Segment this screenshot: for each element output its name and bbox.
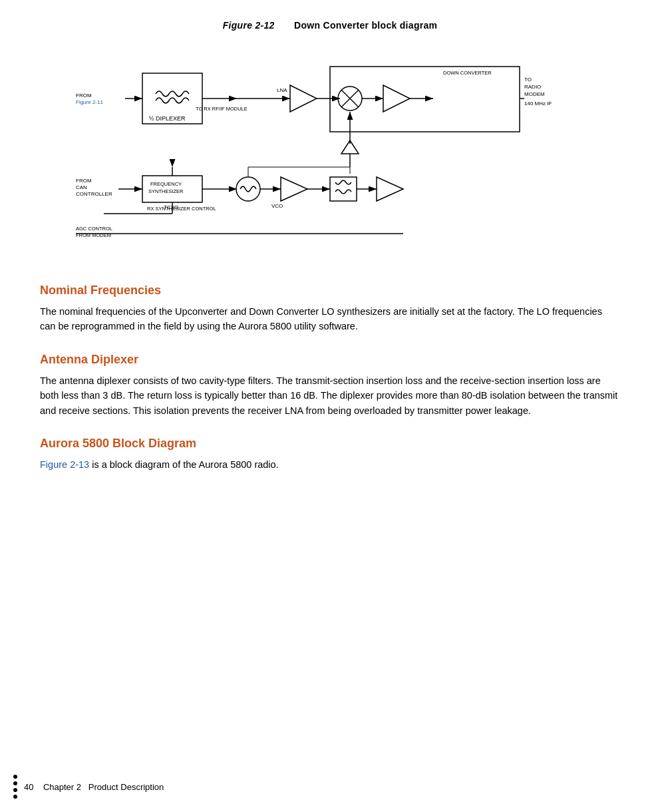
footer-page-number: 40 (24, 782, 33, 792)
footer-section: Product Description (88, 782, 164, 792)
svg-text:RX SYNTHESIZER CONTROL: RX SYNTHESIZER CONTROL (147, 206, 216, 212)
aurora-block-body-suffix: is a block diagram of the Aurora 5800 ra… (89, 459, 279, 470)
svg-text:AGC CONTROL: AGC CONTROL (76, 226, 112, 232)
svg-text:FROM: FROM (76, 93, 92, 99)
svg-text:VCO: VCO (271, 203, 283, 209)
svg-text:½  DIPLEXER: ½ DIPLEXER (149, 115, 186, 122)
footer-dot-4 (13, 795, 17, 799)
nominal-frequencies-heading: Nominal Frequencies (40, 284, 620, 298)
svg-marker-20 (383, 85, 410, 112)
svg-text:FROM MODEM: FROM MODEM (76, 232, 111, 238)
svg-text:FROM: FROM (76, 178, 92, 184)
svg-text:FREQUENCY: FREQUENCY (150, 181, 182, 187)
diagram-area: FROM Figure 2-11 ½ DIPLEXER TO RX RF/IF … (40, 37, 620, 264)
svg-text:CONTROLLER: CONTROLLER (76, 191, 112, 197)
svg-marker-11 (290, 85, 317, 112)
antenna-diplexer-heading: Antenna Diplexer (40, 353, 620, 367)
footer-dots (13, 775, 17, 799)
svg-rect-22 (330, 67, 520, 132)
svg-marker-42 (281, 177, 307, 201)
figure-label: Figure 2-12 (223, 20, 275, 31)
svg-point-39 (236, 177, 260, 201)
footer-spacer (33, 782, 43, 792)
svg-text:DOWN CONVERTER: DOWN CONVERTER (443, 70, 492, 76)
aurora-block-heading: Aurora 5800 Block Diagram (40, 437, 620, 451)
svg-text:SYNTHESIZER: SYNTHESIZER (148, 188, 184, 194)
footer-dot-3 (13, 788, 17, 792)
svg-text:Figure 2-11: Figure 2-11 (76, 99, 103, 105)
svg-text:140 MHz IF: 140 MHz IF (524, 101, 552, 106)
footer-section-sep (81, 782, 88, 792)
page-footer: 40 Chapter 2 Product Description (0, 775, 660, 799)
figure-title-text: Down Converter block diagram (294, 20, 437, 31)
svg-text:RADIO: RADIO (524, 84, 541, 90)
figure-2-13-link[interactable]: Figure 2-13 (40, 459, 89, 470)
antenna-diplexer-body: The antenna diplexer consists of two cav… (40, 373, 620, 418)
page-container: Figure 2-12 Down Converter block diagram… (0, 0, 660, 510)
svg-text:TO: TO (524, 77, 532, 83)
svg-text:LNA: LNA (277, 87, 287, 93)
aurora-block-body: Figure 2-13 is a block diagram of the Au… (40, 457, 620, 472)
svg-marker-46 (377, 177, 403, 201)
footer-chapter: Chapter 2 (43, 782, 81, 792)
svg-text:MODEM: MODEM (524, 91, 545, 97)
nominal-frequencies-body: The nominal frequencies of the Upconvert… (40, 304, 620, 334)
block-diagram-svg: FROM Figure 2-11 ½ DIPLEXER TO RX RF/IF … (71, 37, 589, 264)
footer-dot-1 (13, 775, 17, 779)
footer-dot-2 (13, 781, 17, 785)
svg-text:CAN: CAN (76, 184, 87, 190)
figure-title: Figure 2-12 Down Converter block diagram (40, 20, 620, 31)
svg-text:TO RX RF/IF MODULE: TO RX RF/IF MODULE (196, 106, 248, 112)
